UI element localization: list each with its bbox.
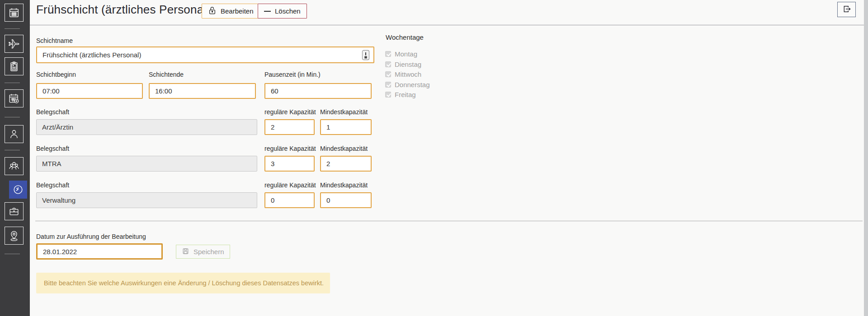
- regulaere-kapazitaet-label: reguläre Kapazität: [264, 145, 316, 152]
- logout-button[interactable]: [837, 2, 856, 17]
- location-pin-icon: [8, 230, 20, 242]
- calendar-add-icon: [8, 93, 20, 104]
- datum-label: Datum zur Ausführung der Bearbeitung: [36, 233, 146, 240]
- vertical-scrollbar[interactable]: [864, 0, 868, 316]
- sidebar-divider: [5, 254, 20, 254]
- sidebar-item-tasks[interactable]: [5, 57, 24, 75]
- airplane-icon: [8, 38, 20, 50]
- schichtbeginn-input[interactable]: [36, 83, 143, 99]
- weekday-label: Dienstag: [395, 60, 421, 68]
- weekday-row: Freitag: [385, 91, 416, 98]
- regulaere-kapazitaet-label: reguläre Kapazität: [264, 181, 316, 189]
- weekday-row: Mittwoch: [385, 70, 421, 78]
- lock-icon: [208, 6, 217, 17]
- weekday-label: Montag: [395, 50, 417, 58]
- sidebar-item-calendar-add[interactable]: [5, 89, 24, 107]
- weekday-row: Dienstag: [385, 60, 421, 68]
- checkbox-thursday: [385, 82, 391, 88]
- checkbox-friday: [385, 92, 391, 98]
- header-divider: [30, 25, 864, 25]
- sidebar-divider: [5, 117, 20, 117]
- page-title: Frühschicht (ärztliches Personal): [36, 3, 210, 17]
- delete-button[interactable]: Löschen: [258, 4, 307, 19]
- sidebar-divider: [5, 28, 20, 29]
- briefcase-icon: [8, 205, 20, 217]
- sidebar-item-briefcase[interactable]: [5, 202, 24, 220]
- pausenzeit-label: Pausenzeit (in Min.): [264, 71, 321, 78]
- weekday-label: Donnerstag: [395, 81, 430, 88]
- mindestkapazitaet-input[interactable]: [320, 119, 372, 135]
- schichtende-input[interactable]: [149, 83, 256, 99]
- weekday-row: Montag: [385, 50, 417, 58]
- weekday-label: Freitag: [395, 91, 416, 98]
- clipboard-icon: [8, 60, 20, 72]
- mindestkapazitaet-label: Mindestkapazität: [320, 108, 368, 116]
- regulaere-kapazitaet-input[interactable]: [264, 119, 315, 135]
- belegschaft-label: Belegschaft: [36, 181, 69, 189]
- schichtende-label: Schichtende: [149, 71, 184, 78]
- checkbox-wednesday: [385, 71, 391, 77]
- delete-button-label: Löschen: [275, 7, 301, 15]
- mindestkapazitaet-input[interactable]: [320, 156, 372, 172]
- pausenzeit-input[interactable]: [264, 83, 372, 99]
- edit-button-label: Bearbeiten: [221, 7, 254, 15]
- input-badge-icon: [362, 50, 370, 62]
- mindestkapazitaet-label: Mindestkapazität: [320, 181, 368, 189]
- warning-text: Bitte beachten Sie welche Auswirkungen e…: [44, 279, 324, 287]
- belegschaft-label: Belegschaft: [36, 108, 69, 116]
- datum-input[interactable]: [36, 243, 163, 260]
- regulaere-kapazitaet-label: reguläre Kapazität: [264, 108, 316, 116]
- team-icon: [8, 160, 20, 172]
- save-button[interactable]: Speichern: [176, 245, 230, 259]
- belegschaft-input: [36, 192, 257, 208]
- save-button-label: Speichern: [193, 248, 224, 256]
- sidebar-divider: [5, 83, 20, 83]
- sidebar-item-person[interactable]: [5, 125, 24, 143]
- clock-icon: [12, 184, 24, 195]
- person-icon: [8, 128, 20, 140]
- edit-button[interactable]: Bearbeiten: [202, 4, 260, 19]
- wochentage-heading: Wochentage: [386, 33, 424, 41]
- save-icon: [182, 247, 189, 256]
- section-divider: [35, 221, 863, 221]
- mindestkapazitaet-label: Mindestkapazität: [320, 145, 368, 152]
- sidebar-item-shifts[interactable]: [9, 181, 27, 199]
- sidebar-item-location[interactable]: [5, 227, 24, 245]
- checkbox-tuesday: [385, 61, 391, 67]
- minus-icon: [264, 11, 271, 12]
- schichtname-input[interactable]: [36, 46, 374, 63]
- sidebar: [0, 0, 30, 316]
- belegschaft-input: [36, 119, 257, 135]
- sidebar-item-team[interactable]: [5, 157, 24, 175]
- calendar-icon: [8, 7, 20, 19]
- regulaere-kapazitaet-input[interactable]: [264, 156, 315, 172]
- app-window: Frühschicht (ärztliches Personal) Bearbe…: [0, 0, 868, 316]
- belegschaft-label: Belegschaft: [36, 145, 69, 152]
- checkbox-monday: [385, 51, 391, 57]
- weekday-row: Donnerstag: [385, 81, 430, 88]
- warning-banner: Bitte beachten Sie welche Auswirkungen e…: [36, 273, 330, 293]
- regulaere-kapazitaet-input[interactable]: [264, 192, 315, 208]
- mindestkapazitaet-input[interactable]: [320, 192, 372, 208]
- schichtname-label: Schichtname: [36, 37, 73, 44]
- schichtbeginn-label: Schichtbeginn: [36, 71, 76, 78]
- sidebar-item-calendar[interactable]: [5, 4, 24, 22]
- sidebar-item-travel[interactable]: [5, 35, 24, 53]
- sidebar-divider: [5, 150, 20, 150]
- belegschaft-input: [36, 156, 257, 172]
- weekday-label: Mittwoch: [395, 70, 421, 78]
- logout-icon: [842, 4, 852, 15]
